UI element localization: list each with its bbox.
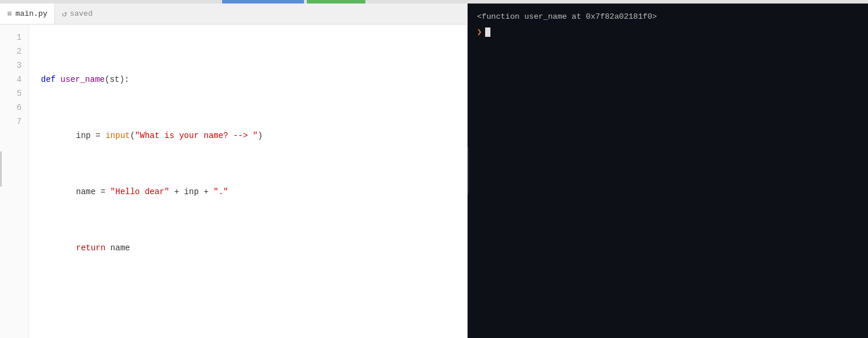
op-assign: = — [91, 129, 105, 143]
code-line-5 — [41, 297, 467, 311]
op-assign-2: = — [96, 185, 110, 199]
line-num-3: 3 — [0, 58, 29, 73]
close-paren: ) — [258, 129, 262, 143]
line-num-5: 5 — [0, 87, 29, 101]
code-line-2: inp = input("What is your name? --> ") — [41, 129, 467, 143]
main-container: ≡ main.py ↺ saved 1 2 3 4 5 6 7 — [0, 4, 868, 338]
tab-filename: main.py — [15, 9, 47, 18]
terminal-cursor — [485, 27, 490, 37]
terminal-prompt-line[interactable]: ❯ — [477, 26, 859, 39]
code-editor[interactable]: 1 2 3 4 5 6 7 def user_name(st): inp = i… — [0, 25, 467, 338]
file-icon: ≡ — [7, 9, 12, 19]
keyword-return: return — [76, 241, 105, 255]
keyword-def: def — [41, 73, 61, 87]
line-num-6: 6 — [0, 101, 29, 115]
line-num-4: 4 — [0, 73, 29, 87]
var-name-decl: name — [76, 185, 96, 199]
open-paren: ( — [130, 129, 134, 143]
code-content[interactable]: def user_name(st): inp = input("What is … — [29, 25, 467, 338]
line-num-7: 7 — [0, 115, 29, 129]
var-name-ret: name — [105, 241, 130, 255]
tab-main-py[interactable]: ≡ main.py — [0, 4, 55, 24]
tab-bar: ≡ main.py ↺ saved — [0, 4, 467, 25]
saved-label: saved — [70, 9, 92, 18]
left-edge-bar — [0, 151, 2, 187]
code-line-4: return name — [41, 241, 467, 255]
editor-panel: ≡ main.py ↺ saved 1 2 3 4 5 6 7 — [0, 4, 468, 338]
terminal-prompt-symbol: ❯ — [477, 26, 482, 39]
tab-saved-status: ↺ saved — [55, 4, 99, 24]
line-num-2: 2 — [0, 44, 29, 58]
string-dot: "." — [213, 185, 228, 199]
function-name: user_name — [61, 73, 105, 87]
terminal-output: <function user_name at 0x7f82a02181f0> — [477, 11, 859, 23]
line-numbers: 1 2 3 4 5 6 7 — [0, 25, 29, 338]
terminal-panel[interactable]: <function user_name at 0x7f82a02181f0> ❯ — [468, 4, 868, 338]
line-num-1: 1 — [0, 30, 29, 44]
code-line-3: name = "Hello dear" + inp + "." — [41, 185, 467, 199]
code-line-1: def user_name(st): — [41, 73, 467, 87]
terminal-divider — [468, 147, 469, 194]
op-concat: + inp + — [170, 185, 214, 199]
params: (st): — [105, 73, 129, 87]
fn-input: input — [105, 129, 130, 143]
string-hello: "Hello dear" — [110, 185, 170, 199]
string-prompt: "What is your name? --> " — [135, 129, 258, 143]
var-inp: inp — [76, 129, 91, 143]
saved-icon: ↺ — [62, 9, 67, 19]
